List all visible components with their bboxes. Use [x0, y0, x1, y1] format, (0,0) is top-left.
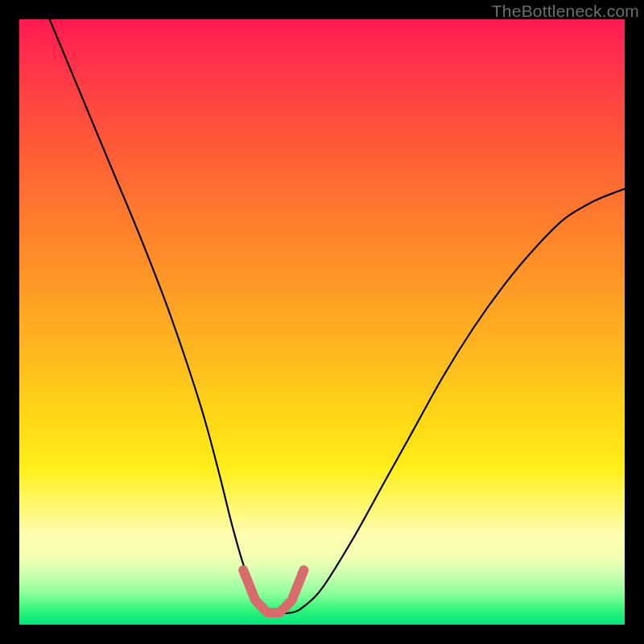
watermark-text: TheBottleneck.com [492, 2, 639, 21]
bottleneck-curve [50, 19, 625, 613]
curve-layer [19, 19, 625, 625]
chart-frame: TheBottleneck.com [0, 0, 644, 644]
optimal-flat-marker [243, 570, 303, 613]
